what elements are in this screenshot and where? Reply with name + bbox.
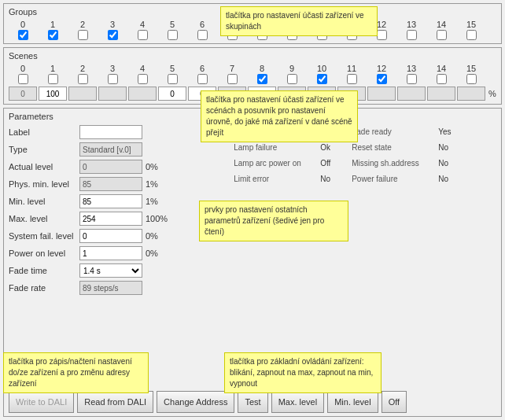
- scene-cb-0[interactable]: [18, 74, 28, 84]
- actual-level-label: Actual level: [9, 162, 79, 171]
- scene-cb-11[interactable]: [347, 74, 357, 84]
- scene-num-4: 4: [128, 64, 157, 73]
- group-num-15: 15: [457, 20, 485, 29]
- fade-ready-value: Yes: [438, 127, 470, 136]
- scene-num-9: 9: [278, 64, 306, 73]
- lamp-arc-value: Off: [320, 159, 352, 168]
- sys-fail-label: System fail. level: [9, 231, 79, 241]
- params-tooltip: prvky pro nastavení ostatních parametrů …: [199, 201, 348, 241]
- scene-val-4[interactable]: [128, 87, 157, 101]
- actual-level-pct: 0%: [146, 162, 169, 171]
- scene-num-1: 1: [39, 64, 67, 73]
- change-address-button[interactable]: Change Address: [157, 391, 234, 413]
- scene-val-13[interactable]: [397, 87, 426, 101]
- fade-ready-label: Fade ready: [352, 127, 438, 136]
- min-level-pct: 1%: [146, 197, 169, 206]
- scene-val-3[interactable]: [98, 87, 127, 101]
- scene-cb-2[interactable]: [78, 74, 88, 84]
- scene-num-8: 8: [248, 64, 276, 73]
- group-cb-13[interactable]: [407, 30, 417, 40]
- scene-cb-8[interactable]: [257, 74, 267, 84]
- group-cb-14[interactable]: [437, 30, 447, 40]
- power-fail-value: No: [438, 175, 470, 183]
- group-cb-6[interactable]: [197, 30, 208, 40]
- group-num-3: 3: [98, 20, 127, 29]
- missing-label: Missing sh.address: [352, 159, 438, 168]
- type-field-input: [79, 142, 142, 157]
- scene-cb-10[interactable]: [317, 74, 327, 84]
- scene-val-0[interactable]: [9, 87, 37, 101]
- group-num-0: 0: [9, 20, 37, 29]
- scenes-tooltip: tlačítka pro nastavení účasti zařízení v…: [201, 90, 358, 142]
- scene-val-15[interactable]: [457, 87, 485, 101]
- scene-cb-4[interactable]: [138, 74, 148, 84]
- scene-cb-6[interactable]: [197, 74, 208, 84]
- scene-cb-3[interactable]: [108, 74, 118, 84]
- group-cb-1[interactable]: [48, 30, 58, 40]
- read-from-dali-button[interactable]: Read from DALI: [77, 391, 153, 413]
- group-num-4: 4: [128, 20, 157, 29]
- max-level-button[interactable]: Max. level: [271, 391, 325, 413]
- scene-cb-1[interactable]: [48, 74, 58, 84]
- fade-time-label: Fade time: [9, 266, 79, 275]
- group-num-13: 13: [397, 20, 426, 29]
- min-level-input[interactable]: [79, 194, 142, 208]
- group-cb-2[interactable]: [78, 30, 88, 40]
- scene-num-5: 5: [158, 64, 186, 73]
- test-button[interactable]: Test: [238, 391, 267, 413]
- scenes-label: Scenes: [9, 51, 496, 61]
- power-on-label: Power on level: [9, 249, 79, 258]
- scene-num-15: 15: [457, 64, 485, 73]
- control-tooltip: tlačítka pro základní ovládání zařízení:…: [224, 352, 382, 393]
- scene-val-12[interactable]: [367, 87, 396, 101]
- group-cb-12[interactable]: [377, 30, 387, 40]
- group-cb-4[interactable]: [138, 30, 148, 40]
- group-num-5: 5: [158, 20, 186, 29]
- group-cb-5[interactable]: [168, 30, 178, 40]
- scene-cb-14[interactable]: [437, 74, 447, 84]
- group-cb-15[interactable]: [466, 30, 477, 40]
- fade-time-select[interactable]: 1.4 s: [79, 263, 142, 278]
- scene-cb-13[interactable]: [407, 74, 417, 84]
- group-num-14: 14: [427, 20, 455, 29]
- power-on-pct: 0%: [146, 249, 169, 258]
- min-level-button[interactable]: Min. level: [327, 391, 378, 413]
- group-cb-3[interactable]: [108, 30, 118, 40]
- group-num-1: 1: [39, 20, 67, 29]
- actual-level-input: [79, 160, 142, 174]
- group-cb-0[interactable]: [18, 30, 28, 40]
- group-num-6: 6: [188, 20, 216, 29]
- scene-cb-5[interactable]: [168, 74, 178, 84]
- scene-val-14[interactable]: [427, 87, 455, 101]
- scene-cb-9[interactable]: [287, 74, 297, 84]
- scene-val-5[interactable]: [158, 87, 186, 101]
- scene-num-7: 7: [218, 64, 246, 73]
- max-level-label: Max. level: [9, 214, 79, 223]
- label-field-label: Label: [9, 127, 79, 137]
- scene-num-2: 2: [68, 64, 97, 73]
- lamp-fail-value: Ok: [320, 143, 352, 152]
- off-button[interactable]: Off: [382, 391, 407, 413]
- lamp-arc-label: Lamp arc power on: [234, 159, 320, 168]
- max-level-input[interactable]: [79, 212, 142, 226]
- phys-min-label: Phys. min. level: [9, 179, 79, 189]
- scene-val-1[interactable]: [39, 87, 67, 101]
- scene-num-11: 11: [337, 64, 366, 73]
- sys-fail-pct: 0%: [146, 231, 169, 241]
- scene-cb-15[interactable]: [466, 74, 477, 84]
- scene-num-10: 10: [308, 64, 336, 73]
- scene-cb-12[interactable]: [377, 74, 387, 84]
- fade-rate-label: Fade rate: [9, 283, 79, 293]
- label-field-input[interactable]: [79, 125, 142, 139]
- write-to-dali-button[interactable]: Write to DALI: [9, 391, 74, 413]
- scene-cb-7[interactable]: [227, 74, 238, 84]
- power-on-input[interactable]: [79, 246, 142, 260]
- limit-label: Limit error: [234, 175, 320, 183]
- limit-value: No: [320, 175, 352, 183]
- scene-num-6: 6: [188, 64, 216, 73]
- percent-label: %: [488, 89, 496, 98]
- min-level-label: Min. level: [9, 197, 79, 206]
- fade-rate-input: [79, 281, 142, 295]
- scene-val-2[interactable]: [68, 87, 97, 101]
- sys-fail-input[interactable]: [79, 229, 142, 243]
